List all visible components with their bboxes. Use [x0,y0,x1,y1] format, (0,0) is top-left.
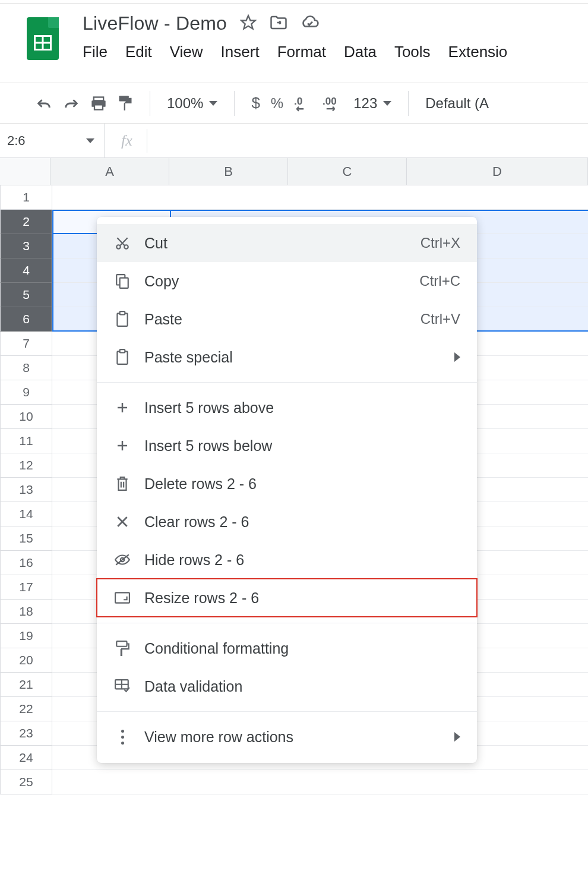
column-header-a[interactable]: A [50,158,169,185]
row-cells[interactable] [52,770,588,794]
row-header[interactable]: 9 [0,380,52,405]
paste-icon [113,349,131,365]
ctx-conditional-formatting[interactable]: Conditional formatting [97,629,477,667]
row-header[interactable]: 20 [0,648,52,673]
row-header[interactable]: 18 [0,600,52,624]
row-header[interactable]: 23 [0,721,52,746]
more-formats-dropdown[interactable]: 123 [353,95,391,112]
zoom-dropdown[interactable]: 100% [167,95,217,112]
chevron-down-icon [209,101,217,106]
menu-insert[interactable]: Insert [221,43,260,61]
row-header[interactable]: 24 [0,746,52,770]
ctx-insert-above[interactable]: Insert 5 rows above [97,389,477,427]
undo-icon[interactable] [36,97,52,110]
paste-icon [113,311,131,327]
row-cells[interactable] [52,185,588,210]
ctx-resize-rows[interactable]: Resize rows 2 - 6 [97,579,477,617]
svg-point-8 [124,245,128,249]
ctx-copy[interactable]: Copy Ctrl+C [97,262,477,300]
ctx-hide-rows[interactable]: Hide rows 2 - 6 [97,541,477,579]
row-header[interactable]: 16 [0,551,52,575]
row-header[interactable]: 1 [0,185,52,210]
copy-icon [113,273,131,289]
decrease-decimal-icon[interactable]: .0 [294,95,312,112]
print-icon[interactable] [90,96,107,111]
row-header[interactable]: 11 [0,429,52,453]
svg-text:.00: .00 [323,96,337,107]
doc-title[interactable]: LiveFlow - Demo [83,12,227,34]
docs-header: LiveFlow - Demo File Edit View Insert Fo… [0,3,588,83]
font-dropdown[interactable]: Default (A [425,95,489,112]
row-header[interactable]: 21 [0,673,52,697]
submenu-arrow-icon [454,352,460,362]
row-header[interactable]: 5 [0,283,52,307]
row-header[interactable]: 8 [0,356,52,380]
menu-tools[interactable]: Tools [394,43,431,61]
select-all-corner[interactable] [0,158,50,185]
cloud-status-icon[interactable] [301,15,320,32]
increase-decimal-icon[interactable]: .00 [323,95,343,112]
menubar: File Edit View Insert Format Data Tools … [83,43,507,61]
sheets-logo-icon[interactable] [27,17,59,60]
more-formats-label: 123 [353,95,377,112]
ctx-more-actions[interactable]: View more row actions [97,718,477,756]
plus-icon [113,400,131,415]
svg-rect-3 [94,105,103,109]
context-menu: Cut Ctrl+X Copy Ctrl+C Paste Ctrl+V Past… [97,217,477,763]
row-header[interactable]: 14 [0,502,52,526]
paint-format-icon[interactable] [118,95,133,112]
column-headers[interactable]: A B C D [50,158,588,185]
row-header[interactable]: 17 [0,575,52,600]
zoom-value: 100% [167,95,203,112]
menu-data[interactable]: Data [344,43,377,61]
row-header[interactable]: 2 [0,210,52,234]
name-box[interactable]: 2:6 [0,124,104,157]
close-icon [113,515,131,528]
row-header[interactable]: 10 [0,405,52,429]
validation-icon [113,679,131,693]
menu-format[interactable]: Format [277,43,326,61]
column-header-c[interactable]: C [288,158,407,185]
menu-edit[interactable]: Edit [125,43,152,61]
resize-icon [113,592,131,604]
column-header-b[interactable]: B [169,158,288,185]
currency-format-icon[interactable]: $ [251,94,260,112]
percent-format-icon[interactable]: % [271,95,283,112]
menu-file[interactable]: File [83,43,108,61]
ctx-insert-below[interactable]: Insert 5 rows below [97,427,477,465]
row-header[interactable]: 6 [0,307,52,332]
ctx-paste[interactable]: Paste Ctrl+V [97,300,477,338]
fx-icon: fx [104,124,147,157]
name-box-value: 2:6 [7,133,26,149]
row-1[interactable]: 1 [0,185,588,210]
trash-icon [113,476,131,491]
row-header[interactable]: 22 [0,697,52,721]
move-to-folder-icon[interactable] [270,15,287,33]
formula-bar: 2:6 fx [0,124,588,158]
cut-icon [113,235,131,251]
svg-rect-10 [120,278,128,288]
svg-rect-17 [116,641,127,647]
row-header[interactable]: 19 [0,624,52,648]
row-header[interactable]: 15 [0,526,52,551]
row-header[interactable]: 25 [0,770,52,794]
menu-view[interactable]: View [170,43,203,61]
row-header[interactable]: 7 [0,332,52,356]
ctx-data-validation[interactable]: Data validation [97,667,477,705]
row-header[interactable]: 13 [0,478,52,502]
star-icon[interactable] [240,14,257,33]
row-header[interactable]: 4 [0,258,52,283]
redo-icon[interactable] [63,97,80,110]
ctx-cut[interactable]: Cut Ctrl+X [97,224,477,262]
hide-icon [113,553,131,566]
chevron-down-icon [86,138,94,143]
row-header[interactable]: 12 [0,453,52,478]
ctx-clear-rows[interactable]: Clear rows 2 - 6 [97,503,477,541]
menu-extensions[interactable]: Extensio [448,43,508,61]
more-icon [113,730,131,745]
ctx-paste-special[interactable]: Paste special [97,338,477,376]
ctx-delete-rows[interactable]: Delete rows 2 - 6 [97,465,477,503]
column-header-d[interactable]: D [407,158,588,185]
row-header[interactable]: 3 [0,234,52,258]
row-25[interactable]: 25 [0,770,588,794]
